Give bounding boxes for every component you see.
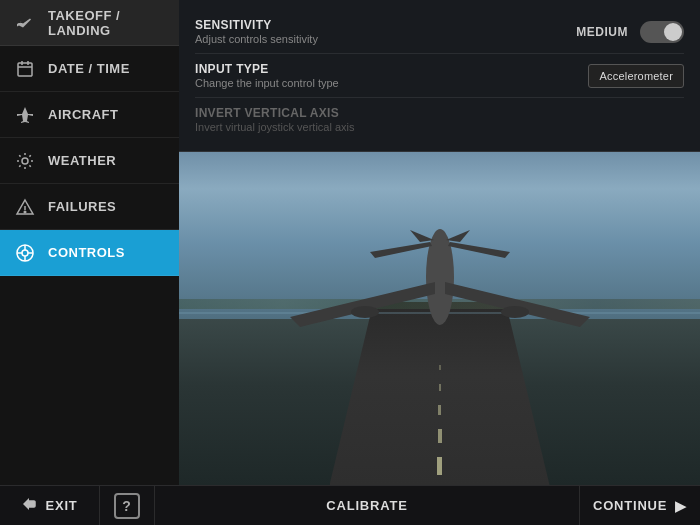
- runway-dash: [439, 365, 441, 370]
- scene-container: [179, 152, 700, 485]
- invert-axis-row: INVERT VERTICAL AXIS Invert virtual joys…: [195, 98, 684, 141]
- help-icon: ?: [114, 493, 140, 519]
- exit-label: EXIT: [45, 498, 77, 513]
- sidebar-label-weather: WEATHER: [48, 153, 116, 168]
- input-type-control: Accelerometer: [588, 64, 684, 88]
- sidebar-item-failures[interactable]: FAILURES: [0, 184, 179, 230]
- sidebar-item-takeoff-landing[interactable]: TAKEOFF / LANDING: [0, 0, 179, 46]
- continue-button[interactable]: CONTINUE ▶: [580, 486, 700, 525]
- toggle-knob: [664, 23, 682, 41]
- exit-button[interactable]: EXIT: [0, 486, 100, 525]
- sidebar-label-failures: FAILURES: [48, 199, 116, 214]
- invert-axis-info: INVERT VERTICAL AXIS Invert virtual joys…: [195, 106, 684, 133]
- calibrate-button[interactable]: CALIBRATE: [155, 486, 580, 525]
- accelerometer-button[interactable]: Accelerometer: [588, 64, 684, 88]
- sensitivity-value: MEDIUM: [568, 25, 628, 39]
- svg-line-12: [19, 165, 20, 166]
- warning-icon: [14, 196, 36, 218]
- sidebar-item-aircraft[interactable]: AIRCRAFT: [0, 92, 179, 138]
- svg-line-11: [29, 155, 30, 156]
- svg-point-14: [24, 211, 26, 213]
- svg-point-4: [22, 158, 28, 164]
- runway-dash: [437, 457, 442, 475]
- main-area: TAKEOFF / LANDING DATE / TIME AIRCRAFT: [0, 0, 700, 485]
- sidebar-label-date-time: DATE / TIME: [48, 61, 130, 76]
- sidebar-item-date-time[interactable]: DATE / TIME: [0, 46, 179, 92]
- sensitivity-control: MEDIUM: [568, 21, 684, 43]
- svg-line-10: [29, 165, 30, 166]
- input-type-desc: Change the input control type: [195, 77, 588, 89]
- svg-line-9: [19, 155, 20, 156]
- sensitivity-info: SENSITIVITY Adjust controls sensitivity: [195, 18, 568, 45]
- aircraft-silhouette: [280, 222, 600, 342]
- controls-icon: [14, 242, 36, 264]
- sidebar: TAKEOFF / LANDING DATE / TIME AIRCRAFT: [0, 0, 179, 485]
- help-button[interactable]: ?: [100, 486, 155, 525]
- calendar-icon: [14, 58, 36, 80]
- runway-dash: [439, 384, 441, 391]
- runway-dash: [438, 405, 441, 415]
- chevron-right-icon: ▶: [675, 498, 687, 514]
- input-type-row: INPUT TYPE Change the input control type…: [195, 54, 684, 98]
- svg-point-23: [501, 306, 529, 318]
- svg-point-22: [351, 306, 379, 318]
- input-type-title: INPUT TYPE: [195, 62, 588, 76]
- sidebar-item-controls[interactable]: CONTROLS: [0, 230, 179, 276]
- svg-rect-25: [28, 501, 35, 507]
- content-area: SENSITIVITY Adjust controls sensitivity …: [179, 0, 700, 485]
- sidebar-label-aircraft: AIRCRAFT: [48, 107, 118, 122]
- plane-icon: [14, 12, 36, 34]
- settings-panel: SENSITIVITY Adjust controls sensitivity …: [179, 0, 700, 152]
- calibrate-label: CALIBRATE: [326, 498, 407, 513]
- sensitivity-row: SENSITIVITY Adjust controls sensitivity …: [195, 10, 684, 54]
- sensitivity-desc: Adjust controls sensitivity: [195, 33, 568, 45]
- svg-point-16: [22, 250, 28, 256]
- weather-icon: [14, 150, 36, 172]
- sidebar-item-weather[interactable]: WEATHER: [0, 138, 179, 184]
- invert-axis-desc: Invert virtual joystick vertical axis: [195, 121, 684, 133]
- runway-dash: [438, 429, 442, 443]
- invert-axis-title: INVERT VERTICAL AXIS: [195, 106, 684, 120]
- sensitivity-title: SENSITIVITY: [195, 18, 568, 32]
- continue-label: CONTINUE: [593, 498, 667, 513]
- svg-rect-0: [18, 63, 32, 76]
- sidebar-label-takeoff-landing: TAKEOFF / LANDING: [48, 8, 165, 38]
- exit-icon: [21, 496, 37, 515]
- sensitivity-toggle[interactable]: [640, 21, 684, 43]
- aircraft-icon: [14, 104, 36, 126]
- sidebar-label-controls: CONTROLS: [48, 245, 125, 260]
- input-type-info: INPUT TYPE Change the input control type: [195, 62, 588, 89]
- bottom-bar: EXIT ? CALIBRATE CONTINUE ▶: [0, 485, 700, 525]
